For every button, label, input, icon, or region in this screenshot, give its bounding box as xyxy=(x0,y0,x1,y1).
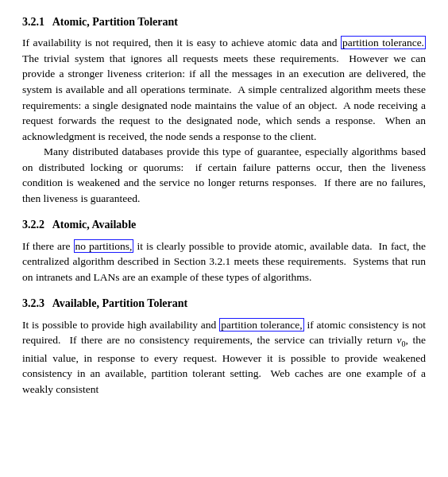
section-3-2-2: 3.2.2 Atomic, Available If there are no … xyxy=(22,217,426,285)
section-3-2-3-para-1: It is possible to provide high availabil… xyxy=(22,317,426,398)
highlight-partition-tolerance-1: partition tolerance. xyxy=(341,36,426,49)
highlight-no-partitions: no partitions, xyxy=(74,239,134,253)
section-3-2-2-heading: 3.2.2 Atomic, Available xyxy=(22,217,426,233)
section-3-2-3-heading: 3.2.3 Available, Partition Tolerant xyxy=(22,296,426,312)
section-3-2-1-para-1: If availability is not required, then it… xyxy=(22,35,426,144)
section-3-2-3: 3.2.3 Available, Partition Tolerant It i… xyxy=(22,296,426,397)
section-3-2-1-para-2: Many distributed databases provide this … xyxy=(22,144,426,206)
section-3-2-1: 3.2.1 Atomic, Partition Tolerant If avai… xyxy=(22,14,426,206)
document-content: 3.2.1 Atomic, Partition Tolerant If avai… xyxy=(22,14,426,397)
highlight-partition-tolerance-2: partition tolerance, xyxy=(219,318,303,332)
section-3-2-2-para-1: If there are no partitions, it is clearl… xyxy=(22,238,426,285)
v0-subscript: 0 xyxy=(402,339,406,348)
section-3-2-1-heading: 3.2.1 Atomic, Partition Tolerant xyxy=(22,14,426,30)
